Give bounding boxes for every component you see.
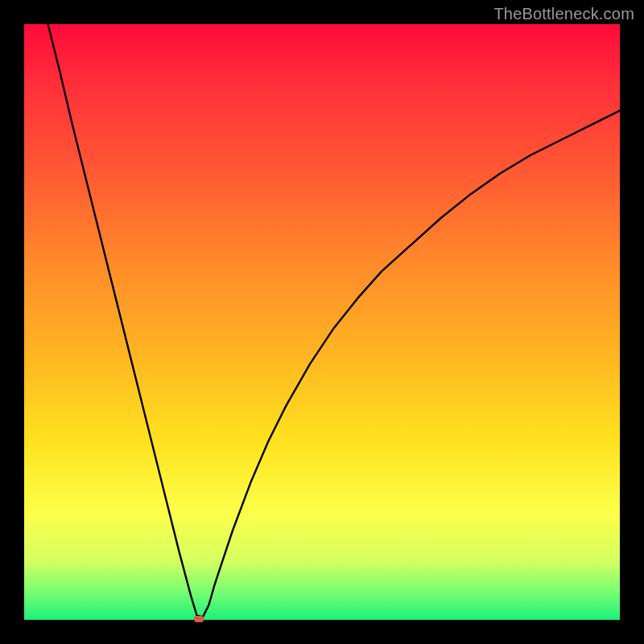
- watermark-text: TheBottleneck.com: [493, 5, 634, 23]
- v-curve-line: [48, 24, 620, 617]
- chart-frame: TheBottleneck.com: [0, 0, 644, 644]
- chart-curve-svg: [24, 24, 620, 620]
- chart-plot-area: [24, 24, 620, 620]
- minimum-marker: [194, 616, 204, 622]
